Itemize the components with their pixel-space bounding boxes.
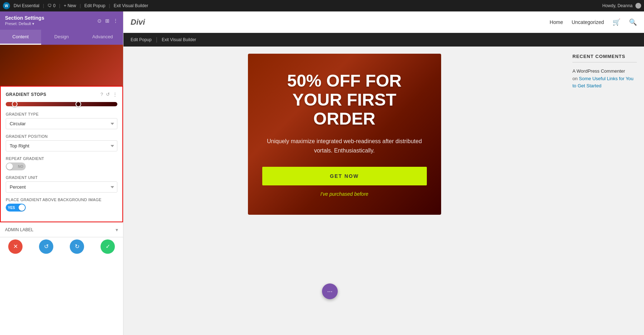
admin-bar-left: W Divi Essential | 🗨 0 | + New | Edit Po…	[3, 2, 598, 9]
gradient-unit-label: Gradient Unit	[6, 175, 117, 180]
tab-advanced[interactable]: Advanced	[82, 30, 123, 45]
repeat-gradient-toggle[interactable]: NO	[6, 162, 26, 170]
secondary-link[interactable]: I've purchased before	[262, 191, 427, 197]
gradient-thumb-1[interactable]	[12, 101, 18, 107]
undo-button[interactable]: ↺	[39, 239, 53, 254]
section-preset[interactable]: Preset: Default ▾	[5, 21, 44, 26]
gradient-type-field: Gradient Type Circular	[6, 112, 117, 129]
gradient-unit-select[interactable]: Percent	[6, 181, 117, 193]
gradient-type-select[interactable]: Circular	[6, 118, 117, 129]
divi-essential-link[interactable]: Divi Essential	[14, 3, 39, 8]
left-panel: Section Settings Preset: Default ▾ ⊙ ⊞ ⋮…	[0, 11, 123, 335]
site-logo[interactable]: Divi	[131, 18, 145, 27]
bottom-toolbar: ✕ ↺ ↻ ✓	[0, 237, 123, 256]
hero-section: 50% OFF FOR YOUR FIRST ORDER Uniquely ma…	[248, 54, 441, 215]
repeat-gradient-field: Repeat Gradient NO	[6, 156, 117, 170]
wordpress-icon[interactable]: W	[3, 2, 10, 9]
hero-subtitle: Uniquely maximize integrated web-readine…	[262, 137, 427, 155]
gradient-more-button[interactable]: ⋮	[113, 92, 117, 97]
page-content: 50% OFF FOR YOUR FIRST ORDER Uniquely ma…	[123, 47, 644, 335]
gradient-position-field: Gradient Position Top Right	[6, 134, 117, 151]
gradient-panel: Gradient Stops ? ↺ ⋮ Gradient Type Circu…	[0, 86, 123, 222]
builder-edit-popup[interactable]: Edit Popup	[131, 37, 152, 42]
nav-home[interactable]: Home	[550, 19, 563, 25]
gradient-stops-header: Gradient Stops ? ↺ ⋮	[6, 92, 117, 97]
new-button[interactable]: + New	[64, 3, 76, 8]
tab-design[interactable]: Design	[41, 30, 82, 45]
gradient-help-button[interactable]: ?	[101, 92, 103, 97]
section-title: Section Settings	[5, 15, 44, 21]
admin-bar: W Divi Essential | 🗨 0 | + New | Edit Po…	[0, 0, 644, 11]
header-icons: ⊙ ⊞ ⋮	[97, 18, 118, 24]
gradient-stops-label: Gradient Stops	[6, 92, 98, 97]
gradient-stops-slider[interactable]	[6, 102, 117, 106]
exit-builder-link[interactable]: Exit Visual Builder	[114, 3, 148, 8]
place-gradient-field: Place Gradient Above Background Image YE…	[6, 198, 117, 212]
gradient-track[interactable]	[6, 102, 117, 106]
main-layout: Section Settings Preset: Default ▾ ⊙ ⊞ ⋮…	[0, 11, 644, 335]
nav-links: Home Uncategorized 🛒 🔍	[550, 18, 637, 26]
cancel-button[interactable]: ✕	[8, 239, 23, 254]
background-preview	[0, 45, 123, 86]
target-icon[interactable]: ⊙	[97, 18, 102, 24]
repeat-gradient-label: Repeat Gradient	[6, 156, 117, 161]
cta-button[interactable]: GET NOW	[262, 167, 427, 185]
sidebar-commenter: A WordPress Commenter	[572, 68, 637, 74]
place-gradient-label: Place Gradient Above Background Image	[6, 198, 117, 202]
redo-button[interactable]: ↻	[70, 239, 84, 254]
admin-label-section[interactable]: Admin Label ▾	[0, 222, 123, 237]
nav-uncategorized[interactable]: Uncategorized	[572, 19, 604, 25]
user-avatar	[635, 3, 641, 9]
layout-icon[interactable]: ⊞	[105, 18, 109, 24]
main-content: 50% OFF FOR YOUR FIRST ORDER Uniquely ma…	[123, 47, 565, 335]
cart-icon[interactable]: 🛒	[613, 18, 620, 26]
hero-title: 50% OFF FOR YOUR FIRST ORDER	[262, 72, 427, 128]
fab-button[interactable]: ···	[322, 283, 338, 299]
place-gradient-value: YES	[8, 206, 15, 210]
more-icon[interactable]: ⋮	[113, 18, 118, 24]
repeat-gradient-value: NO	[18, 165, 23, 169]
gradient-reset-button[interactable]: ↺	[106, 92, 110, 97]
gradient-type-label: Gradient Type	[6, 112, 117, 116]
right-content: Divi Home Uncategorized 🛒 🔍 Edit Popup |…	[123, 11, 644, 335]
save-button[interactable]: ✓	[101, 239, 115, 254]
wp-nav: Divi Home Uncategorized 🛒 🔍	[123, 11, 644, 33]
tab-bar: Content Design Advanced	[0, 30, 123, 45]
builder-exit[interactable]: Exit Visual Builder	[162, 37, 196, 42]
sidebar-link[interactable]: Some Useful Links for You to Get Started	[572, 76, 634, 88]
admin-bar-right: Howdy, Deanna	[602, 3, 641, 9]
section-header: Section Settings Preset: Default ▾ ⊙ ⊞ ⋮	[0, 11, 123, 30]
search-icon[interactable]: 🔍	[629, 18, 637, 26]
gradient-position-select[interactable]: Top Right	[6, 140, 117, 151]
gradient-unit-field: Gradient Unit Percent	[6, 175, 117, 193]
gradient-position-label: Gradient Position	[6, 134, 117, 139]
place-gradient-toggle[interactable]: YES	[6, 204, 26, 212]
sidebar-comment-text: on Some Useful Links for You to Get Star…	[572, 75, 637, 89]
comment-count[interactable]: 🗨 0	[48, 3, 55, 8]
builder-bar: Edit Popup | Exit Visual Builder	[123, 33, 644, 47]
edit-popup-link[interactable]: Edit Popup	[84, 3, 106, 8]
sidebar-right: RECENT COMMENTS A WordPress Commenter on…	[565, 47, 644, 335]
admin-label-text: Admin Label	[5, 227, 33, 232]
chevron-down-icon: ▾	[116, 227, 118, 233]
gradient-thumb-2[interactable]	[75, 101, 81, 107]
tab-content[interactable]: Content	[0, 30, 41, 45]
sidebar-title: RECENT COMMENTS	[572, 54, 637, 63]
howdy-text: Howdy, Deanna	[602, 3, 633, 8]
